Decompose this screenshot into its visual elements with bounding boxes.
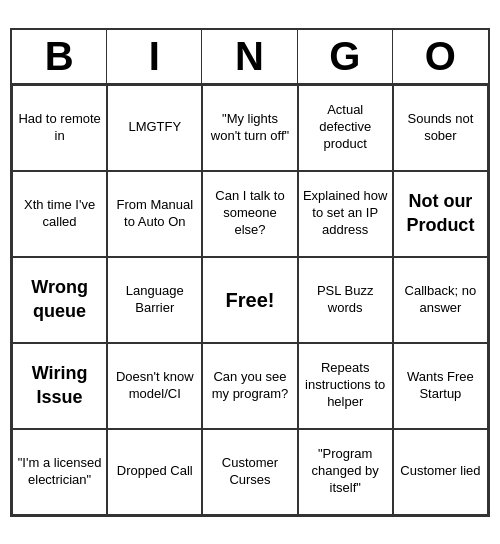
- bingo-letter-g: G: [298, 30, 393, 83]
- bingo-cell-21: Dropped Call: [107, 429, 202, 515]
- bingo-cell-23: "Program changed by itself": [298, 429, 393, 515]
- bingo-cell-4: Sounds not sober: [393, 85, 488, 171]
- bingo-cell-12: Free!: [202, 257, 297, 343]
- bingo-cell-1: LMGTFY: [107, 85, 202, 171]
- bingo-cell-3: Actual defective product: [298, 85, 393, 171]
- bingo-cell-2: "My lights won't turn off": [202, 85, 297, 171]
- bingo-letter-i: I: [107, 30, 202, 83]
- bingo-cell-16: Doesn't know model/CI: [107, 343, 202, 429]
- bingo-cell-20: "I'm a licensed electrician": [12, 429, 107, 515]
- bingo-cell-19: Wants Free Startup: [393, 343, 488, 429]
- bingo-grid: Had to remote inLMGTFY"My lights won't t…: [12, 85, 488, 515]
- bingo-cell-22: Customer Curses: [202, 429, 297, 515]
- bingo-cell-13: PSL Buzz words: [298, 257, 393, 343]
- bingo-cell-5: Xth time I've called: [12, 171, 107, 257]
- bingo-cell-15: Wiring Issue: [12, 343, 107, 429]
- bingo-cell-17: Can you see my program?: [202, 343, 297, 429]
- bingo-card: BINGO Had to remote inLMGTFY"My lights w…: [10, 28, 490, 517]
- bingo-cell-8: Explained how to set an IP address: [298, 171, 393, 257]
- bingo-cell-10: Wrong queue: [12, 257, 107, 343]
- bingo-cell-7: Can I talk to someone else?: [202, 171, 297, 257]
- bingo-letter-o: O: [393, 30, 488, 83]
- bingo-letter-b: B: [12, 30, 107, 83]
- bingo-cell-6: From Manual to Auto On: [107, 171, 202, 257]
- bingo-cell-18: Repeats instructions to helper: [298, 343, 393, 429]
- bingo-cell-24: Customer lied: [393, 429, 488, 515]
- bingo-header: BINGO: [12, 30, 488, 85]
- bingo-cell-14: Callback; no answer: [393, 257, 488, 343]
- bingo-letter-n: N: [202, 30, 297, 83]
- bingo-cell-0: Had to remote in: [12, 85, 107, 171]
- bingo-cell-11: Language Barrier: [107, 257, 202, 343]
- bingo-cell-9: Not our Product: [393, 171, 488, 257]
